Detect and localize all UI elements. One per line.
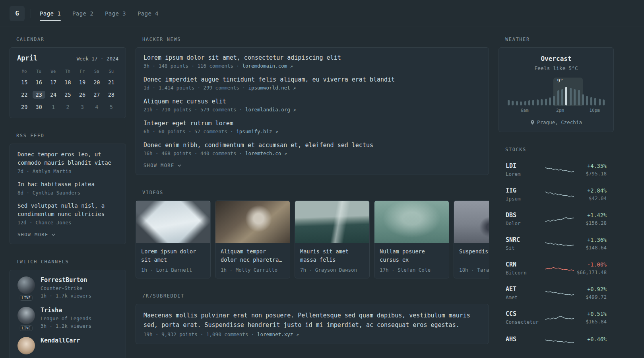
hn-story-domain[interactable]: loremlandia.org <box>245 107 290 113</box>
reddit-post-domain[interactable]: loremnet.xyz <box>257 331 293 337</box>
rss-item: Donec tempor eros leo, ut commodo mauris… <box>17 150 118 174</box>
video-card[interactable]: Nullam posuere cursus ex 17h · Stefan Co… <box>374 200 449 278</box>
hn-story-domain[interactable]: loremtech.co <box>245 150 281 156</box>
left-column: CALENDAR April Week 17 · 2024 Mo Tu We T… <box>10 37 126 358</box>
rss-show-more-button[interactable]: SHOW MORE <box>17 232 55 237</box>
twitch-widget-title: TWITCH CHANNELS <box>10 259 126 265</box>
stock-symbol: LDI <box>506 162 545 169</box>
stock-name: Dolor <box>506 220 545 226</box>
video-body: Suspendisse diam 18h · Tara <box>454 243 489 278</box>
hn-show-more-button[interactable]: SHOW MORE <box>144 163 181 168</box>
video-card[interactable]: Lorem ipsum dolor sit amet consectetu… 1… <box>136 200 211 278</box>
weather-time-labels: 6am 2pm 10pm <box>507 108 605 113</box>
hn-story-title[interactable]: Donec imperdiet augue tincidunt felis al… <box>144 76 481 83</box>
video-meta: 1h · Lori Barnett <box>141 267 205 273</box>
hn-story-meta: 3h · 148 points · 116 comments · loremdo… <box>144 63 481 69</box>
hn-story-domain[interactable]: ipsumworld.net <box>248 85 290 91</box>
avatar <box>17 337 35 354</box>
hn-story-title[interactable]: Integer eget rutrum lorem <box>144 120 481 127</box>
hn-story: Lorem ipsum dolor sit amet, consectetur … <box>144 54 481 69</box>
stock-change: +4.35% <box>574 163 607 169</box>
calendar-day: 27 <box>89 88 104 101</box>
app-logo[interactable]: G <box>10 6 25 21</box>
weather-time-label: 10pm <box>589 108 600 113</box>
twitch-channel-row[interactable]: LIVE ForrestBurton Counter-Strike 1h · 1… <box>17 276 118 299</box>
weekday-label: Th <box>60 69 75 74</box>
twitch-avatar-wrap: LIVE <box>17 276 35 299</box>
stock-row[interactable]: LDI Lorem +4.35% $795.18 <box>499 158 614 182</box>
weekday-label: Tu <box>31 69 46 74</box>
calendar-day: 29 <box>17 101 31 113</box>
subreddit-widget-title: /R/SUBREDDIT <box>136 293 489 299</box>
live-badge: LIVE <box>20 325 33 331</box>
calendar-day: 21 <box>104 76 118 88</box>
stock-symbol: DBS <box>506 212 545 219</box>
video-body: Nullam posuere cursus ex 17h · Stefan Co… <box>374 243 449 278</box>
video-body: Aliquam tempor dolor nec pharetra… 1h · … <box>215 243 290 278</box>
video-card[interactable]: Mauris sit amet massa felis 7h · Grayson… <box>295 200 370 278</box>
twitch-avatar-wrap <box>17 337 35 354</box>
video-body: Mauris sit amet massa felis 7h · Grayson… <box>295 243 369 278</box>
calendar-day: 2 <box>60 101 75 113</box>
stock-row[interactable]: AHS +0.46% <box>499 330 614 350</box>
stock-price: $156.28 <box>574 220 607 226</box>
stock-row[interactable]: IIG Ipsum +2.84% $42.04 <box>499 182 614 206</box>
rss-widget: RSS FEED Donec tempor eros leo, ut commo… <box>10 133 126 244</box>
hacker-news-widget: HACKER NEWS Lorem ipsum dolor sit amet, … <box>136 37 489 175</box>
stock-row[interactable]: SNRC Sit +1.36% $148.64 <box>499 232 614 256</box>
calendar-day: 17 <box>46 76 60 88</box>
stock-name: Consectetur <box>506 319 545 325</box>
stock-row[interactable]: CRN Bitcorn -1.00% $66,171.48 <box>499 256 614 280</box>
hacker-news-card: Lorem ipsum dolor sit amet, consectetur … <box>136 47 489 175</box>
tab-page-4[interactable]: Page 4 <box>138 10 159 17</box>
stock-sparkline <box>545 189 574 200</box>
stock-price: $148.64 <box>574 245 607 251</box>
calendar-day: 1 <box>46 101 60 113</box>
video-thumbnail <box>215 201 290 243</box>
stock-change: +1.42% <box>574 212 607 218</box>
stock-row[interactable]: DBS Dolor +1.42% $156.28 <box>499 207 614 231</box>
hn-story-domain[interactable]: ipsumify.biz <box>236 128 272 134</box>
videos-widget: VIDEOS Lorem ipsum dolor sit amet consec… <box>136 190 489 278</box>
middle-column: HACKER NEWS Lorem ipsum dolor sit amet, … <box>136 37 489 358</box>
twitch-card: LIVE ForrestBurton Counter-Strike 1h · 1… <box>10 270 126 358</box>
stock-price: $499.72 <box>574 294 607 300</box>
calendar-grid: 15 16 17 18 19 20 21 22 23 24 25 26 27 2… <box>17 76 118 113</box>
hacker-news-widget-title: HACKER NEWS <box>136 37 489 42</box>
subreddit-card: Maecenas mollis pulvinar erat non posuer… <box>136 304 489 344</box>
calendar-day: 26 <box>75 88 89 101</box>
stock-change: -1.00% <box>574 261 607 268</box>
tab-page-1[interactable]: Page 1 <box>40 10 61 17</box>
weather-condition: Overcast <box>507 55 605 62</box>
calendar-day: 28 <box>104 88 118 101</box>
video-meta: 7h · Grayson Dawson <box>300 267 364 273</box>
top-nav: G Page 1 Page 2 Page 3 Page 4 <box>0 0 644 27</box>
stock-row[interactable]: CCS Consectetur +0.51% $165.84 <box>499 305 614 330</box>
rss-item-title[interactable]: In hac habitasse platea <box>17 180 118 189</box>
hn-story-title[interactable]: Donec enim nibh, condimentum et accumsan… <box>144 142 481 149</box>
stock-name: Bitcorn <box>506 270 545 276</box>
video-card[interactable]: Suspendisse diam 18h · Tara <box>454 200 489 278</box>
rss-item-title[interactable]: Sed volutpat nulla nisl, a condimentum n… <box>17 202 118 218</box>
stock-change: +0.51% <box>574 311 607 317</box>
twitch-channel-viewers: 1h · 1.7k viewers <box>41 293 91 299</box>
hn-story-meta: 16h · 468 points · 440 comments · loremt… <box>144 150 481 156</box>
rss-item-title[interactable]: Donec tempor eros leo, ut commodo mauris… <box>17 150 118 167</box>
twitch-channel-row[interactable]: LIVE Trisha League of Legends 3h · 1.2k … <box>17 307 118 329</box>
stock-row[interactable]: AET Amet +0.92% $499.72 <box>499 281 614 305</box>
right-column: WEATHER Overcast Feels like 5°C 9° 6am 2… <box>499 37 614 358</box>
hn-story-title[interactable]: Aliquam nec cursus elit <box>144 98 481 105</box>
tab-page-3[interactable]: Page 3 <box>105 10 126 17</box>
hn-story-title[interactable]: Lorem ipsum dolor sit amet, consectetur … <box>144 54 481 61</box>
calendar-day: 3 <box>75 101 89 113</box>
stock-name: Amet <box>506 294 545 300</box>
rss-card: Donec tempor eros leo, ut commodo mauris… <box>10 144 126 244</box>
external-link-icon: ↗ <box>275 129 278 134</box>
tab-page-2[interactable]: Page 2 <box>72 10 93 17</box>
weather-time-label: 6am <box>521 108 529 113</box>
video-card[interactable]: Aliquam tempor dolor nec pharetra… 1h · … <box>215 200 290 278</box>
calendar-header: April Week 17 · 2024 <box>17 54 118 62</box>
twitch-channel-row[interactable]: KendallCarr <box>17 337 118 354</box>
hn-story-domain[interactable]: loremdomain.com <box>242 63 287 69</box>
reddit-post-title[interactable]: Maecenas mollis pulvinar erat non posuer… <box>144 311 481 330</box>
